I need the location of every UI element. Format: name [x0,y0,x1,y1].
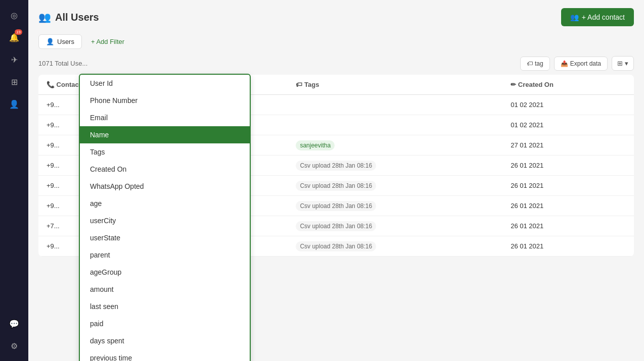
dropdown-item-paid[interactable]: paid [80,315,250,332]
grid-icon[interactable]: ⊞ [5,73,23,91]
dropdown-item-name[interactable]: Name [80,126,250,143]
table-view-icon: ⊞ [617,60,623,67]
notification-badge: 19 [15,29,22,35]
total-users-label: 1071 Total Use... [38,60,87,67]
chevron-down-icon: ▾ [625,60,628,67]
main-content: 👥 All Users 👥 + Add contact 👤 Users + Ad… [28,0,644,361]
tags-cell: Csv upload 28th Jan 08:16 [288,176,502,196]
created-on-cell: 27 01 2021 [502,135,634,156]
created-on-cell: 26 01 2021 [502,156,634,176]
dropdown-item-created-on[interactable]: Created On [80,161,250,178]
created-on-cell: 26 01 2021 [502,236,634,256]
dropdown-item-parent[interactable]: parent [80,246,250,264]
dropdown-item-phone[interactable]: Phone Number [80,92,250,109]
logo-icon: ◎ [5,6,23,24]
export-button[interactable]: 📤 Export data [554,57,608,71]
tag-icon: 🏷 [527,60,533,67]
dropdown-item-agegroup[interactable]: ageGroup [80,264,250,281]
dropdown-item-email[interactable]: Email [80,109,250,126]
view-toggle-button[interactable]: ⊞ ▾ [612,56,634,71]
dropdown-item-whatsapp-opted[interactable]: WhatsApp Opted [80,178,250,195]
action-buttons: 🏷 tag 📤 Export data ⊞ ▾ [520,56,634,71]
csv-tag: Csv upload 28th Jan 08:16 [296,161,376,171]
dropdown-item-userstate[interactable]: userState [80,229,250,246]
users-icon: 👥 [38,11,51,23]
tags-cell: Csv upload 28th Jan 08:16 [288,236,502,256]
csv-tag: Csv upload 28th Jan 08:16 [296,201,376,211]
tags-cell: Csv upload 28th Jan 08:16 [288,196,502,216]
tag-col-icon: 🏷 [296,81,302,88]
dropdown-item-userid[interactable]: User Id [80,75,250,92]
filter-dropdown: User Id Phone Number Email Name Tags Cre… [79,74,251,361]
tags-cell: Csv upload 28th Jan 08:16 [288,216,502,236]
page-title: 👥 All Users [38,11,99,23]
user-icon: 👤 [46,38,54,45]
tag-badge: sanjeevitha [296,140,335,150]
send-icon[interactable]: ✈ [5,50,23,69]
created-on-cell: 26 01 2021 [502,216,634,236]
created-on-cell: 01 02 2021 [502,115,634,135]
chat-icon[interactable]: 💬 [5,315,23,333]
tags-cell [288,95,502,115]
filter-bar: 👤 Users + Add Filter User Id Phone Numbe… [28,30,644,53]
created-on-cell: 26 01 2021 [502,196,634,216]
dropdown-item-previous-time[interactable]: previous time [80,349,250,361]
dropdown-item-days-spent[interactable]: days spent [80,332,250,349]
tags-cell [288,115,502,135]
csv-tag: Csv upload 28th Jan 08:16 [296,241,376,251]
header-left: 👥 All Users [38,11,99,23]
header: 👥 All Users 👥 + Add contact [28,0,644,30]
col-created-on: ✏ Created On [502,75,634,95]
sidebar: ◎ 🔔 19 ✈ ⊞ 👤 💬 ⚙ [0,0,28,361]
pencil-icon: ✏ [511,81,516,88]
export-icon: 📤 [561,60,568,67]
dropdown-item-age[interactable]: age [80,195,250,212]
tag-button[interactable]: 🏷 tag [520,57,550,71]
csv-tag: Csv upload 28th Jan 08:16 [296,221,376,231]
tags-cell: sanjeevitha [288,135,502,156]
dropdown-item-last-seen[interactable]: last seen [80,298,250,315]
tags-cell: Csv upload 28th Jan 08:16 [288,156,502,176]
stats-bar: 1071 Total Use... 🏷 tag 📤 Export data ⊞ … [28,53,644,75]
add-contact-icon: 👥 [570,13,579,21]
dropdown-item-amount[interactable]: amount [80,281,250,298]
phone-icon: 📞 [47,81,55,88]
settings-icon[interactable]: ⚙ [5,337,23,355]
contact-icon[interactable]: 👤 [5,95,23,113]
created-on-cell: 26 01 2021 [502,176,634,196]
col-tags: 🏷 Tags [288,75,502,95]
dropdown-item-tags[interactable]: Tags [80,143,250,161]
csv-tag: Csv upload 28th Jan 08:16 [296,181,376,191]
add-filter-button[interactable]: + Add Filter [86,35,129,48]
dropdown-item-usercity[interactable]: userCity [80,212,250,229]
add-contact-button[interactable]: 👥 + Add contact [561,8,634,26]
notification-icon[interactable]: 🔔 19 [5,28,23,46]
created-on-cell: 01 02 2021 [502,95,634,115]
users-filter-button[interactable]: 👤 Users [38,34,82,49]
